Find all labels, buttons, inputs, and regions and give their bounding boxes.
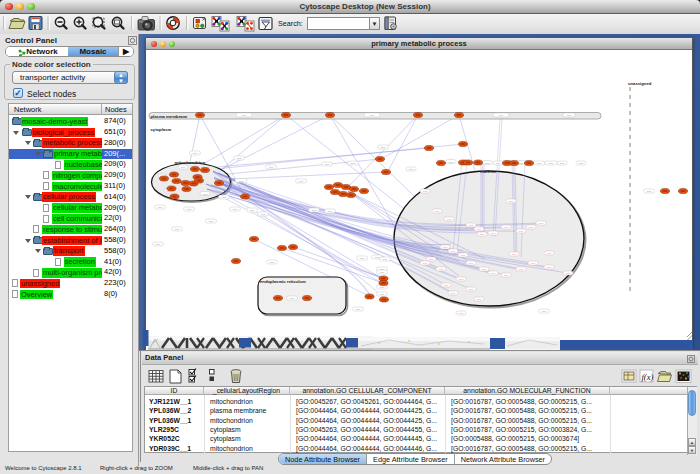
- svg-text:(x,x): (x,x): [519, 162, 524, 165]
- svg-text:(x,x): (x,x): [447, 218, 452, 221]
- svg-text:(x,x): (x,x): [175, 228, 180, 231]
- svg-text:(x,x): (x,x): [181, 166, 186, 169]
- svg-text:(x,x): (x,x): [579, 162, 584, 165]
- svg-text:(x,x): (x,x): [242, 114, 247, 117]
- svg-text:(x,x): (x,x): [560, 162, 565, 165]
- svg-text:(x,x): (x,x): [512, 253, 517, 256]
- svg-text:(x,x): (x,x): [567, 114, 572, 117]
- svg-text:(x,x): (x,x): [509, 200, 514, 203]
- svg-text:(x,x): (x,x): [193, 152, 198, 155]
- svg-text:(x,x): (x,x): [261, 213, 266, 216]
- svg-text:(x,x): (x,x): [531, 262, 536, 265]
- svg-text:(x,x): (x,x): [356, 308, 361, 311]
- svg-text:(x,x): (x,x): [482, 268, 487, 271]
- svg-text:(x,x): (x,x): [380, 286, 385, 289]
- svg-text:(x,x): (x,x): [461, 254, 466, 257]
- svg-text:(x,x): (x,x): [380, 293, 385, 296]
- svg-text:(x,x): (x,x): [380, 271, 385, 274]
- svg-text:(x,x): (x,x): [449, 161, 454, 164]
- svg-text:(x,x): (x,x): [156, 243, 161, 246]
- svg-text:(x,x): (x,x): [459, 278, 464, 281]
- svg-text:(x,x): (x,x): [519, 230, 524, 233]
- svg-text:(x,x): (x,x): [312, 209, 317, 212]
- svg-text:(x,x): (x,x): [158, 206, 163, 209]
- svg-text:(x,x): (x,x): [537, 162, 542, 165]
- svg-text:(x,x): (x,x): [549, 162, 554, 165]
- svg-text:(x,x): (x,x): [504, 226, 509, 229]
- svg-text:(x,x): (x,x): [222, 196, 227, 199]
- svg-text:(x,x): (x,x): [480, 233, 485, 236]
- svg-text:(x,x): (x,x): [237, 157, 242, 160]
- svg-text:(x,x): (x,x): [423, 262, 428, 265]
- svg-text:(x,x): (x,x): [477, 298, 482, 301]
- svg-text:(x,x): (x,x): [435, 210, 440, 213]
- svg-text:(x,x): (x,x): [360, 257, 365, 260]
- svg-text:(x,x): (x,x): [443, 246, 448, 249]
- svg-text:(x,x): (x,x): [451, 250, 456, 253]
- svg-text:(x,x): (x,x): [409, 168, 414, 171]
- svg-text:(x,x): (x,x): [459, 312, 464, 315]
- svg-text:endoplasmic reticulum: endoplasmic reticulum: [260, 279, 306, 284]
- svg-text:(x,x): (x,x): [187, 208, 192, 211]
- svg-text:cytoplasm: cytoplasm: [151, 127, 172, 132]
- svg-text:(x,x): (x,x): [233, 208, 238, 211]
- svg-text:(x,x): (x,x): [539, 222, 544, 225]
- svg-text:(x,x): (x,x): [542, 310, 547, 313]
- svg-text:(x,x): (x,x): [491, 272, 496, 275]
- svg-text:plasma membrane: plasma membrane: [151, 114, 188, 119]
- svg-text:(x,x): (x,x): [504, 274, 509, 277]
- svg-text:(x,x): (x,x): [566, 272, 571, 275]
- svg-text:(x,x): (x,x): [439, 268, 444, 271]
- svg-text:(x,x): (x,x): [383, 258, 388, 261]
- svg-text:(x,x): (x,x): [209, 220, 214, 223]
- svg-text:(x,x): (x,x): [423, 190, 428, 193]
- svg-text:f(x): f(x): [642, 372, 654, 382]
- svg-text:(x,x): (x,x): [519, 268, 524, 271]
- svg-text:(x,x): (x,x): [239, 180, 244, 183]
- svg-text:(x,x): (x,x): [496, 162, 501, 165]
- svg-text:(x,x): (x,x): [250, 209, 255, 212]
- svg-text:(x,x): (x,x): [469, 224, 474, 227]
- svg-text:(x,x): (x,x): [491, 232, 496, 235]
- svg-text:(x,x): (x,x): [270, 261, 275, 264]
- svg-text:(x,x): (x,x): [485, 162, 490, 165]
- svg-text:(x,x): (x,x): [444, 284, 449, 287]
- svg-text:(x,x): (x,x): [351, 162, 356, 165]
- svg-text:(x,x): (x,x): [269, 166, 274, 169]
- svg-text:(x,x): (x,x): [477, 228, 482, 231]
- svg-text:(x,x): (x,x): [381, 146, 386, 149]
- svg-text:(x,x): (x,x): [647, 190, 652, 193]
- svg-text:(x,x): (x,x): [529, 226, 534, 229]
- svg-text:(x,x): (x,x): [547, 266, 552, 269]
- svg-text:(x,x): (x,x): [370, 114, 375, 117]
- svg-text:(x,x): (x,x): [429, 258, 434, 261]
- svg-text:(x,x): (x,x): [469, 262, 474, 265]
- svg-text:(x,x): (x,x): [375, 256, 380, 259]
- svg-text:(x,x): (x,x): [325, 163, 330, 166]
- svg-text:(x,x): (x,x): [290, 297, 295, 300]
- svg-text:(x,x): (x,x): [451, 292, 456, 295]
- svg-text:mitochondrion: mitochondrion: [175, 160, 206, 165]
- svg-text:(x,x): (x,x): [547, 252, 552, 255]
- svg-text:unassigned: unassigned: [628, 81, 652, 86]
- svg-text:(x,x): (x,x): [299, 180, 304, 183]
- svg-text:(x,x): (x,x): [469, 288, 474, 291]
- svg-text:(x,x): (x,x): [499, 114, 504, 117]
- svg-text:(x,x): (x,x): [328, 210, 333, 213]
- svg-text:(x,x): (x,x): [203, 193, 208, 196]
